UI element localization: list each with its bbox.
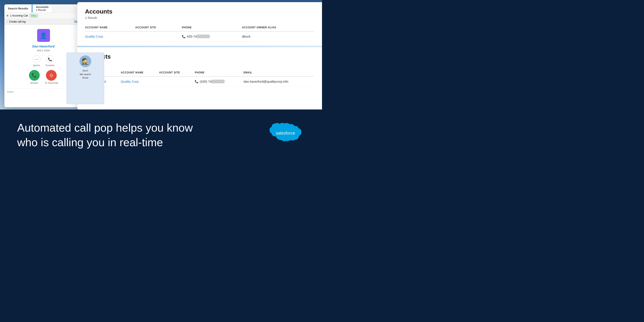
phone-icon: 📞 [182, 35, 186, 38]
voicemail-button[interactable]: ⊙ [46, 70, 57, 81]
redacted-contact-phone: ●●●● [212, 80, 224, 83]
contact-account-name-cell[interactable]: Quality Corp. [121, 76, 159, 86]
ignore-button[interactable]: — [33, 56, 40, 63]
accounts-count-small: 1 Result [36, 8, 48, 12]
search-results-tab[interactable]: Search Results [4, 4, 32, 12]
tagline-line1: Automated call pop helps you know [17, 122, 193, 134]
forward-action[interactable]: 📞 Forward [46, 56, 54, 66]
col-contact-phone: PHONE [195, 69, 244, 76]
account-name-cell[interactable]: Quality Corp. [85, 31, 135, 42]
status-dot [7, 15, 8, 16]
table-row: Quality Corp. 📞 435-74●●●● dbuck [85, 31, 314, 42]
col-email: EMAIL [244, 69, 314, 76]
col-account-name: ACCOUNT NAME [85, 24, 135, 31]
redacted-phone: ●●●● [197, 34, 210, 38]
contact-account-site-cell [159, 76, 195, 86]
phone-topbar: Search Results Accounts 1 Result [4, 4, 82, 13]
contact-phone-cell: 📞 (435) 74●●●● [195, 76, 244, 86]
accounts-section: Accounts 1 Result ACCOUNT NAME ACCOUNT S… [77, 2, 322, 46]
secondary-actions: — Ignore 📞 Forward [33, 56, 54, 66]
answer-button[interactable]: 📞 [29, 70, 40, 81]
dk-avatar: 🕵️ [80, 56, 91, 67]
tagline-line2: who is calling you in real-time [17, 136, 163, 148]
owner-alias-cell: dbuck [242, 31, 314, 42]
ignore-action[interactable]: — Ignore [33, 56, 40, 66]
incoming-call-bar[interactable]: 1 Incoming Call View [4, 13, 82, 19]
dont-know-panel: 🕵️ Don'tWe searchKnow [66, 52, 104, 104]
col-contact-account-site: ACCOUNT SITE [159, 69, 195, 76]
voicemail-label: To Voicemail [45, 82, 58, 84]
accounts-tab[interactable]: Accounts 1 Result [32, 4, 52, 12]
forward-button[interactable]: 📞 [46, 56, 54, 63]
accounts-title: Accounts [85, 8, 314, 15]
col-account-owner-alias: ACCOUNT OWNER ALIAS [242, 24, 314, 31]
primary-actions: 📞 Answer ⊙ To Voicemail [29, 70, 58, 84]
view-badge[interactable]: View [30, 14, 38, 18]
phone-number: 435-74●●●● [187, 34, 210, 38]
salesforce-logo: salesforce [266, 122, 305, 148]
call-log-bar: ‹ Create call log Save [4, 19, 82, 25]
answer-action[interactable]: 📞 Answer [29, 70, 40, 84]
ignore-label: Ignore [33, 64, 40, 66]
account-phone-cell: 📞 435-74●●●● [182, 31, 242, 42]
contact-name[interactable]: Dan Haverford [32, 44, 54, 48]
dk-text: Don'tWe searchKnow [69, 69, 101, 80]
contact-avatar: 👤 [37, 29, 50, 42]
contacts-count: 1 Result [85, 61, 314, 64]
forward-label: Forward [46, 64, 54, 66]
tagline: Automated call pop helps you know who is… [17, 121, 193, 150]
svg-text:salesforce: salesforce [276, 131, 295, 136]
col-phone: PHONE [182, 24, 242, 31]
table-row: Dan Haverford Quality Corp. 📞 (435) 74●●… [85, 76, 314, 86]
col-account-site: ACCOUNT SITE [135, 24, 182, 31]
notes-label: Notes [7, 90, 14, 94]
contact-avatar-icon: 👤 [40, 32, 47, 39]
accounts-table: ACCOUNT NAME ACCOUNT SITE PHONE ACCOUNT … [85, 24, 314, 42]
accounts-table-header: ACCOUNT NAME ACCOUNT SITE PHONE ACCOUNT … [85, 24, 314, 31]
account-site-cell [135, 31, 182, 42]
voicemail-action[interactable]: ⊙ To Voicemail [45, 70, 58, 84]
search-tab-label: Search Results [8, 7, 28, 10]
accounts-count: 1 Result [85, 16, 314, 20]
bottom-area: Automated call pop helps you know who is… [0, 110, 322, 161]
back-arrow-icon[interactable]: ‹ [7, 20, 8, 23]
main-result-panel: Accounts 1 Result ACCOUNT NAME ACCOUNT S… [77, 2, 322, 110]
contact-sub: and 1 more [37, 49, 50, 52]
contact-phone-number: (435) 74●●●● [200, 80, 224, 83]
contact-email-cell: dan.haverford@qualitycorp.info [244, 76, 314, 86]
accounts-tab-label: Accounts [36, 5, 48, 8]
contacts-title: Contacts [85, 53, 314, 60]
col-contact-account-name: ACCOUNT NAME [121, 69, 159, 76]
contacts-table-header: NAME ACCOUNT NAME ACCOUNT SITE PHONE EMA… [85, 69, 314, 76]
dont-text: Don'tWe searchKnow [80, 69, 91, 79]
phone-icon: 📞 [195, 80, 198, 83]
incoming-call-label: 1 Incoming Call [10, 14, 28, 17]
answer-label: Answer [30, 82, 38, 84]
contacts-table: NAME ACCOUNT NAME ACCOUNT SITE PHONE EMA… [85, 69, 314, 86]
contacts-section: Contacts 1 Result NAME ACCOUNT NAME ACCO… [77, 47, 322, 91]
create-call-log-label: Create call log [9, 20, 26, 23]
